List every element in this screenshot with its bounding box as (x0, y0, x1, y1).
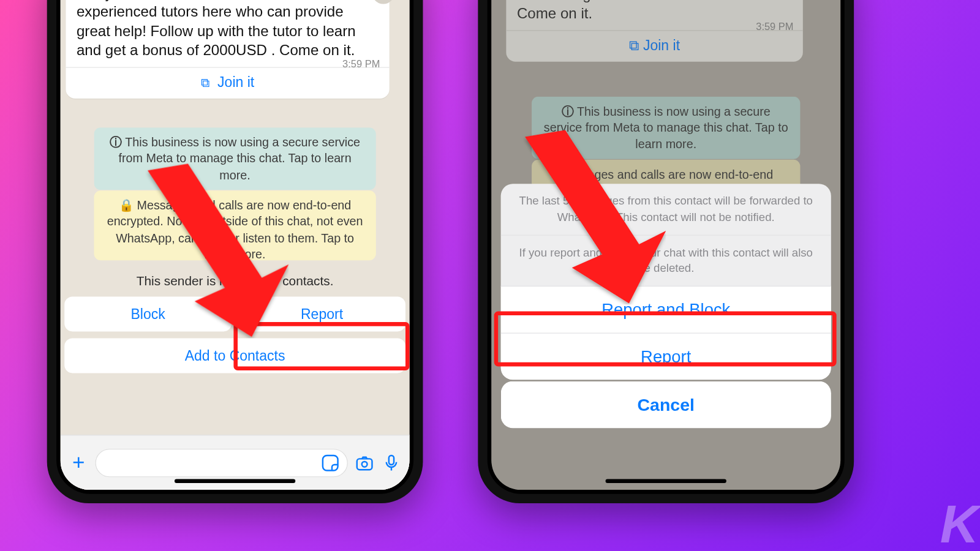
block-button[interactable]: Block (64, 296, 232, 331)
info-circle-icon: ⓘ (110, 135, 125, 149)
watermark: K (940, 493, 976, 551)
action-sheet: The last 5 messages from this contact wi… (501, 184, 831, 380)
svg-rect-3 (389, 455, 394, 464)
encryption-notice-text: Messages and calls are now end-to-end en… (107, 198, 363, 261)
secure-notice-text: This business is now using a secure serv… (119, 135, 361, 181)
camera-icon[interactable] (355, 452, 375, 473)
home-indicator (175, 479, 295, 484)
sheet-message-2: If you report and block, your chat with … (501, 234, 831, 286)
add-to-contacts-label: Add to Contacts (185, 348, 285, 364)
encryption-notice[interactable]: 🔒 Messages and calls are now end-to-end … (94, 190, 375, 260)
cancel-button[interactable]: Cancel (501, 381, 831, 429)
home-indicator (606, 479, 726, 484)
phone-left: Tour.JFSSWTFX Maybe everyone has heard o… (47, 0, 423, 503)
report-and-block-button[interactable]: Report and Block (501, 286, 831, 333)
join-link-label: Join it (217, 75, 254, 90)
add-to-contacts-button[interactable]: Add to Contacts (64, 338, 405, 373)
phone-right: but not everyone understands it! We have… (478, 0, 854, 503)
microphone-icon[interactable] (382, 452, 402, 473)
sticker-icon[interactable] (320, 452, 341, 473)
lock-icon: 🔒 (119, 198, 137, 212)
block-label: Block (131, 306, 165, 322)
svg-point-2 (362, 461, 368, 467)
sheet-message-1: The last 5 messages from this contact wi… (501, 184, 831, 234)
secure-service-notice[interactable]: ⓘ This business is now using a secure se… (94, 127, 375, 190)
report-label: Report (641, 347, 691, 367)
report-and-block-label: Report and Block (601, 300, 730, 320)
external-link-icon: ⧉ (201, 77, 209, 90)
not-in-contacts-label: This sender is not in your contacts. (61, 274, 410, 288)
report-label: Report (301, 306, 343, 322)
message-input[interactable] (96, 449, 348, 477)
report-button[interactable]: Report (238, 296, 405, 331)
chat-message-bubble: Tour.JFSSWTFX Maybe everyone has heard o… (66, 0, 389, 99)
cancel-label: Cancel (637, 394, 694, 415)
report-button[interactable]: Report (501, 333, 831, 380)
svg-rect-0 (323, 455, 338, 470)
svg-rect-1 (357, 459, 372, 470)
message-time: 3:59 PM (342, 58, 380, 69)
join-link[interactable]: ⧉ Join it (66, 67, 389, 99)
action-row: Block Report (64, 296, 405, 331)
message-body: Maybe everyone has heard of BTC, but not… (77, 0, 379, 61)
plus-icon[interactable]: + (69, 450, 89, 475)
